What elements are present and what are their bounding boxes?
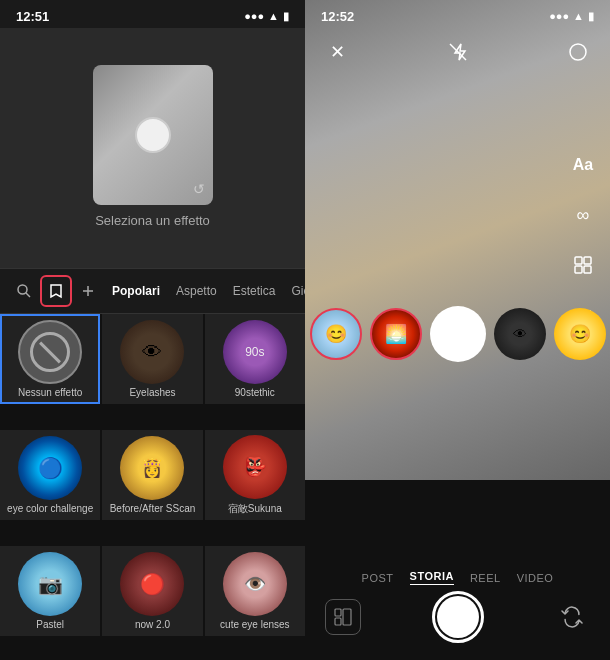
effects-tabs: Popolari Aspetto Estetica Gio (0, 268, 305, 314)
time-right: 12:52 (321, 9, 354, 24)
no-effect-icon (30, 332, 70, 372)
tab-aspetto[interactable]: Aspetto (168, 280, 225, 302)
strip-effect-eyelash[interactable]: 👁 (494, 308, 546, 360)
settings-button[interactable] (562, 36, 594, 68)
signal-left: ●●● (244, 10, 264, 22)
nav-tab-post[interactable]: POST (362, 572, 394, 584)
effect-label-eyelashes: Eyelashes (129, 387, 175, 398)
effect-no-effect[interactable]: Nessun effetto (0, 314, 100, 404)
effect-pastel[interactable]: 📷 Pastel (0, 546, 100, 636)
effect-thumb-no-effect (18, 320, 82, 384)
battery-left: ▮ (283, 10, 289, 23)
svg-rect-12 (343, 609, 351, 625)
text-tool-button[interactable]: Aa (568, 150, 598, 180)
svg-point-0 (18, 285, 27, 294)
svg-rect-7 (584, 257, 591, 264)
effect-thumb-pastel: 📷 (18, 552, 82, 616)
tab-gio[interactable]: Gio (283, 280, 305, 302)
search-tab-icon[interactable] (8, 275, 40, 307)
effect-thumb-before-after: 👸 (120, 436, 184, 500)
camera-background: ✕ Aa ∞ (305, 0, 610, 480)
status-bar-left: 12:51 ●●● ▲ ▮ (0, 0, 305, 28)
aa-label: Aa (573, 156, 593, 174)
effect-sukuna[interactable]: 👺 宿敵Sukuna (205, 430, 305, 520)
signal-right: ●●● (549, 10, 569, 22)
grid-icon-button[interactable] (325, 599, 361, 635)
sukuna-icon: 👺 (244, 456, 266, 478)
add-tab-icon[interactable] (72, 275, 104, 307)
shutter-row (305, 591, 610, 643)
camera-mirror: ↺ (93, 65, 213, 205)
saved-tab-icon[interactable] (40, 275, 72, 307)
nav-tab-video[interactable]: VIDEO (517, 572, 554, 584)
no-effect-line (39, 341, 61, 363)
before-after-icon: 👸 (141, 457, 163, 479)
status-icons-left: ●●● ▲ ▮ (244, 10, 289, 23)
eye-color-icon: 🔵 (38, 456, 63, 480)
now2-icon: 🔴 (140, 572, 165, 596)
90s-icon: 90s (245, 345, 264, 359)
camera-preview-left: ↺ Seleziona un effetto (0, 28, 305, 268)
effect-90s[interactable]: 90s 90stethic (205, 314, 305, 404)
effect-before-after[interactable]: 👸 Before/After SScan (102, 430, 202, 520)
effect-label-sukuna: 宿敵Sukuna (228, 502, 282, 516)
effect-now2[interactable]: 🔴 now 2.0 (102, 546, 202, 636)
bottom-nav: POST STORIA REEL VIDEO (305, 560, 610, 660)
flash-button[interactable] (442, 36, 474, 68)
strip-effect-smiley[interactable]: 😊 (554, 308, 606, 360)
effect-thumb-eye-color: 🔵 (18, 436, 82, 500)
layout-button[interactable] (568, 250, 598, 280)
effect-thumb-eyelashes: 👁 (120, 320, 184, 384)
effect-label-before-after: Before/After SScan (110, 503, 196, 514)
effects-bottom-strip: 😊 🌅 👁 😊 (305, 298, 610, 370)
sunset-icon: 🌅 (385, 323, 407, 345)
effect-thumb-sukuna: 👺 (223, 435, 287, 499)
tabs-row: Popolari Aspetto Estetica Gio (0, 269, 305, 314)
effect-thumb-cute-eye: 👁️ (223, 552, 287, 616)
left-panel: 12:51 ●●● ▲ ▮ ↺ Seleziona un effetto (0, 0, 305, 660)
strip-effect-face[interactable]: 😊 (310, 308, 362, 360)
camera-top-bar: ✕ (305, 28, 610, 76)
svg-rect-8 (575, 266, 582, 273)
svg-rect-10 (335, 609, 341, 616)
close-button[interactable]: ✕ (321, 36, 353, 68)
effect-thumb-90s: 90s (223, 320, 287, 384)
strip-effect-none[interactable] (430, 306, 486, 362)
status-icons-right: ●●● ▲ ▮ (549, 10, 594, 23)
status-bar-right: 12:52 ●●● ▲ ▮ (305, 0, 610, 28)
effect-thumb-now2: 🔴 (120, 552, 184, 616)
effect-cute-eye[interactable]: 👁️ cute eye lenses (205, 546, 305, 636)
loop-button[interactable]: ∞ (568, 200, 598, 230)
tab-popolari[interactable]: Popolari (104, 280, 168, 302)
eyelashes-icon: 👁 (142, 341, 162, 364)
time-left: 12:51 (16, 9, 49, 24)
face-emoji-icon: 😊 (325, 323, 347, 345)
battery-right: ▮ (588, 10, 594, 23)
shutter-inner (437, 596, 479, 638)
shutter-button[interactable] (432, 591, 484, 643)
effect-label-cute-eye: cute eye lenses (220, 619, 290, 630)
svg-rect-11 (335, 618, 341, 625)
select-effect-label: Seleziona un effetto (95, 205, 210, 232)
effect-label-pastel: Pastel (36, 619, 64, 630)
tab-estetica[interactable]: Estetica (225, 280, 284, 302)
nav-tabs-row: POST STORIA REEL VIDEO (362, 560, 554, 591)
strip-effect-sunset[interactable]: 🌅 (370, 308, 422, 360)
svg-rect-6 (575, 257, 582, 264)
effect-eyelashes[interactable]: 👁 Eyelashes (102, 314, 202, 404)
effect-eye-color[interactable]: 🔵 eye color challenge (0, 430, 100, 520)
effect-label-eye-color: eye color challenge (7, 503, 93, 514)
pastel-icon: 📷 (38, 572, 63, 596)
rotate-icon: ↺ (193, 181, 205, 197)
loop-icon: ∞ (577, 205, 590, 226)
wifi-right: ▲ (573, 10, 584, 22)
nav-tab-storia[interactable]: STORIA (410, 570, 454, 585)
flip-camera-button[interactable] (554, 599, 590, 635)
eyelash-strip-icon: 👁 (513, 326, 527, 342)
cute-eye-icon: 👁️ (244, 573, 266, 595)
nav-tab-reel[interactable]: REEL (470, 572, 501, 584)
wifi-left: ▲ (268, 10, 279, 22)
capture-circle (135, 117, 171, 153)
effect-label-now2: now 2.0 (135, 619, 170, 630)
effect-label-no-effect: Nessun effetto (18, 387, 82, 398)
